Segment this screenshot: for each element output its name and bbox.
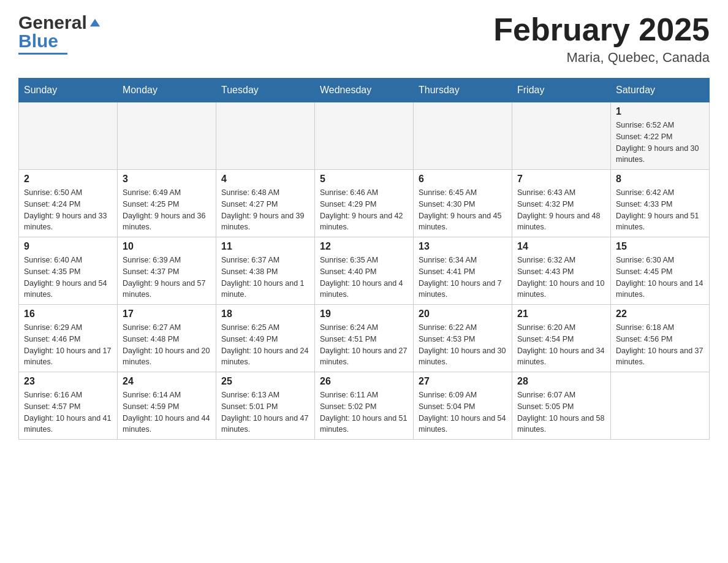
- day-cell: 24Sunrise: 6:14 AM Sunset: 4:59 PM Dayli…: [118, 372, 216, 440]
- day-info: Sunrise: 6:11 AM Sunset: 5:02 PM Dayligh…: [320, 389, 408, 435]
- day-number: 7: [517, 174, 605, 185]
- day-cell: [512, 102, 611, 170]
- calendar-table: SundayMondayTuesdayWednesdayThursdayFrid…: [18, 78, 710, 440]
- weekday-header-monday: Monday: [118, 79, 216, 102]
- day-info: Sunrise: 6:40 AM Sunset: 4:35 PM Dayligh…: [24, 255, 112, 301]
- day-number: 17: [123, 308, 211, 320]
- day-info: Sunrise: 6:48 AM Sunset: 4:27 PM Dayligh…: [221, 187, 309, 233]
- day-cell: 7Sunrise: 6:43 AM Sunset: 4:32 PM Daylig…: [512, 170, 611, 237]
- day-number: 15: [616, 241, 704, 252]
- day-number: 3: [123, 174, 211, 185]
- day-cell: 4Sunrise: 6:48 AM Sunset: 4:27 PM Daylig…: [216, 170, 315, 237]
- day-cell: [414, 102, 512, 170]
- week-row-3: 9Sunrise: 6:40 AM Sunset: 4:35 PM Daylig…: [19, 237, 710, 305]
- day-number: 8: [616, 174, 704, 185]
- day-info: Sunrise: 6:14 AM Sunset: 4:59 PM Dayligh…: [123, 389, 211, 435]
- day-number: 6: [419, 174, 507, 185]
- day-cell: 6Sunrise: 6:45 AM Sunset: 4:30 PM Daylig…: [414, 170, 512, 237]
- day-number: 16: [24, 308, 112, 320]
- day-info: Sunrise: 6:49 AM Sunset: 4:25 PM Dayligh…: [123, 187, 211, 233]
- day-info: Sunrise: 6:16 AM Sunset: 4:57 PM Dayligh…: [24, 389, 112, 435]
- day-info: Sunrise: 6:45 AM Sunset: 4:30 PM Dayligh…: [419, 187, 507, 233]
- day-cell: 22Sunrise: 6:18 AM Sunset: 4:56 PM Dayli…: [611, 305, 710, 372]
- day-number: 10: [123, 241, 211, 252]
- day-number: 14: [517, 241, 605, 252]
- day-number: 9: [24, 241, 112, 252]
- month-title: February 2025: [493, 12, 710, 47]
- day-number: 18: [221, 308, 309, 320]
- logo-icon: [89, 17, 101, 29]
- week-row-1: 1Sunrise: 6:52 AM Sunset: 4:22 PM Daylig…: [19, 102, 710, 170]
- day-cell: [611, 372, 710, 440]
- day-number: 22: [616, 308, 704, 320]
- day-cell: 3Sunrise: 6:49 AM Sunset: 4:25 PM Daylig…: [118, 170, 216, 237]
- day-cell: 2Sunrise: 6:50 AM Sunset: 4:24 PM Daylig…: [19, 170, 118, 237]
- day-cell: 26Sunrise: 6:11 AM Sunset: 5:02 PM Dayli…: [315, 372, 414, 440]
- logo: General Blue: [18, 12, 102, 55]
- day-info: Sunrise: 6:43 AM Sunset: 4:32 PM Dayligh…: [517, 187, 605, 233]
- day-cell: 16Sunrise: 6:29 AM Sunset: 4:46 PM Dayli…: [19, 305, 118, 372]
- day-info: Sunrise: 6:25 AM Sunset: 4:49 PM Dayligh…: [221, 322, 309, 368]
- logo-text-black: General: [18, 12, 87, 33]
- day-number: 5: [320, 174, 408, 185]
- weekday-header-sunday: Sunday: [19, 79, 118, 102]
- day-info: Sunrise: 6:52 AM Sunset: 4:22 PM Dayligh…: [616, 120, 704, 166]
- day-cell: 12Sunrise: 6:35 AM Sunset: 4:40 PM Dayli…: [315, 237, 414, 305]
- day-cell: 19Sunrise: 6:24 AM Sunset: 4:51 PM Dayli…: [315, 305, 414, 372]
- day-info: Sunrise: 6:27 AM Sunset: 4:48 PM Dayligh…: [123, 322, 211, 368]
- day-info: Sunrise: 6:22 AM Sunset: 4:53 PM Dayligh…: [419, 322, 507, 368]
- title-area: February 2025 Maria, Quebec, Canada: [493, 12, 710, 66]
- day-info: Sunrise: 6:09 AM Sunset: 5:04 PM Dayligh…: [419, 389, 507, 435]
- day-cell: 21Sunrise: 6:20 AM Sunset: 4:54 PM Dayli…: [512, 305, 611, 372]
- day-number: 20: [419, 308, 507, 320]
- day-cell: 10Sunrise: 6:39 AM Sunset: 4:37 PM Dayli…: [118, 237, 216, 305]
- day-number: 13: [419, 241, 507, 252]
- day-cell: [118, 102, 216, 170]
- day-cell: 15Sunrise: 6:30 AM Sunset: 4:45 PM Dayli…: [611, 237, 710, 305]
- day-number: 19: [320, 308, 408, 320]
- day-number: 23: [24, 376, 112, 387]
- day-info: Sunrise: 6:35 AM Sunset: 4:40 PM Dayligh…: [320, 255, 408, 301]
- day-info: Sunrise: 6:13 AM Sunset: 5:01 PM Dayligh…: [221, 389, 309, 435]
- day-info: Sunrise: 6:24 AM Sunset: 4:51 PM Dayligh…: [320, 322, 408, 368]
- weekday-header-tuesday: Tuesday: [216, 79, 315, 102]
- day-number: 4: [221, 174, 309, 185]
- day-cell: 1Sunrise: 6:52 AM Sunset: 4:22 PM Daylig…: [611, 102, 710, 170]
- day-cell: [315, 102, 414, 170]
- day-number: 24: [123, 376, 211, 387]
- day-cell: 13Sunrise: 6:34 AM Sunset: 4:41 PM Dayli…: [414, 237, 512, 305]
- logo-underline: [18, 53, 67, 55]
- day-cell: 25Sunrise: 6:13 AM Sunset: 5:01 PM Dayli…: [216, 372, 315, 440]
- day-info: Sunrise: 6:30 AM Sunset: 4:45 PM Dayligh…: [616, 255, 704, 301]
- day-info: Sunrise: 6:32 AM Sunset: 4:43 PM Dayligh…: [517, 255, 605, 301]
- day-cell: 27Sunrise: 6:09 AM Sunset: 5:04 PM Dayli…: [414, 372, 512, 440]
- weekday-header-friday: Friday: [512, 79, 611, 102]
- day-cell: 9Sunrise: 6:40 AM Sunset: 4:35 PM Daylig…: [19, 237, 118, 305]
- day-cell: 11Sunrise: 6:37 AM Sunset: 4:38 PM Dayli…: [216, 237, 315, 305]
- weekday-header-thursday: Thursday: [414, 79, 512, 102]
- logo-text-blue: Blue: [18, 31, 58, 51]
- day-number: 28: [517, 376, 605, 387]
- day-number: 25: [221, 376, 309, 387]
- weekday-header-row: SundayMondayTuesdayWednesdayThursdayFrid…: [19, 79, 710, 102]
- day-cell: [216, 102, 315, 170]
- week-row-2: 2Sunrise: 6:50 AM Sunset: 4:24 PM Daylig…: [19, 170, 710, 237]
- weekday-header-saturday: Saturday: [611, 79, 710, 102]
- week-row-5: 23Sunrise: 6:16 AM Sunset: 4:57 PM Dayli…: [19, 372, 710, 440]
- day-info: Sunrise: 6:50 AM Sunset: 4:24 PM Dayligh…: [24, 187, 112, 233]
- day-cell: [19, 102, 118, 170]
- day-info: Sunrise: 6:39 AM Sunset: 4:37 PM Dayligh…: [123, 255, 211, 301]
- day-cell: 14Sunrise: 6:32 AM Sunset: 4:43 PM Dayli…: [512, 237, 611, 305]
- day-number: 26: [320, 376, 408, 387]
- page-header: General Blue February 2025 Maria, Quebec…: [18, 12, 710, 66]
- day-info: Sunrise: 6:29 AM Sunset: 4:46 PM Dayligh…: [24, 322, 112, 368]
- day-info: Sunrise: 6:42 AM Sunset: 4:33 PM Dayligh…: [616, 187, 704, 233]
- day-number: 21: [517, 308, 605, 320]
- day-cell: 18Sunrise: 6:25 AM Sunset: 4:49 PM Dayli…: [216, 305, 315, 372]
- day-number: 11: [221, 241, 309, 252]
- day-number: 1: [616, 106, 704, 117]
- day-number: 2: [24, 174, 112, 185]
- day-info: Sunrise: 6:37 AM Sunset: 4:38 PM Dayligh…: [221, 255, 309, 301]
- weekday-header-wednesday: Wednesday: [315, 79, 414, 102]
- day-cell: 17Sunrise: 6:27 AM Sunset: 4:48 PM Dayli…: [118, 305, 216, 372]
